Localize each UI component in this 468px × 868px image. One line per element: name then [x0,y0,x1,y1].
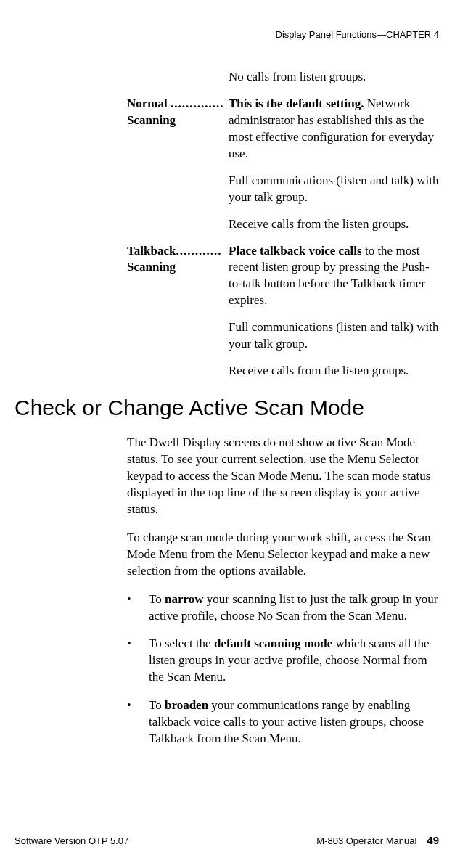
prelim-text: No calls from listen groups. [229,69,439,86]
bullet-icon: • [127,697,149,748]
content-block: No calls from listen groups. Normal ....… [127,69,439,390]
def-paragraph: Receive calls from the listen groups. [229,363,439,380]
bold-text: Place talkback voice calls [229,244,362,258]
bullet-text: To broaden your communications range by … [149,697,439,748]
footer-right: M-803 Operator Manual 49 [316,834,439,846]
page-number: 49 [427,834,439,846]
term-line1: Talkback [127,244,176,258]
term-dots: .............. [171,97,224,110]
footer-left: Software Version OTP 5.07 [15,835,128,846]
page-header: Display Panel Functions—CHAPTER 4 [15,29,439,40]
def-paragraph: This is the default setting. Network adm… [229,96,439,163]
definition-talkback: Talkback............ Scanning Place talk… [127,243,439,390]
bullet-text: To select the default scanning mode whic… [149,636,439,686]
bullet-list: • To narrow your scanning list to just t… [127,591,439,748]
definition-description: This is the default setting. Network adm… [229,96,439,243]
term-line1: Normal [127,97,168,110]
list-item: • To select the default scanning mode wh… [127,636,439,686]
term-line2: Scanning [127,113,176,127]
body-paragraph: The Dwell Display screens do not show ac… [127,435,439,518]
page-footer: Software Version OTP 5.07 M-803 Operator… [15,834,439,846]
def-paragraph: Receive calls from the listen groups. [229,216,439,233]
bold-text: broaden [165,698,208,712]
bullet-icon: • [127,636,149,686]
term-line2: Scanning [127,260,176,274]
definition-normal: Normal .............. Scanning This is t… [127,96,439,243]
bold-text: narrow [165,592,204,606]
bold-text: default scanning mode [214,636,332,650]
def-paragraph: Full communications (listen and talk) wi… [229,173,439,206]
bullet-text: To narrow your scanning list to just the… [149,591,439,625]
body-text: The Dwell Display screens do not show ac… [127,435,439,580]
bold-text: This is the default setting. [229,97,364,110]
section-heading: Check or Change Active Scan Mode [15,396,439,420]
header-text: Display Panel Functions—CHAPTER 4 [276,29,439,40]
definition-term: Talkback............ Scanning [127,243,229,390]
def-paragraph: Place talkback voice calls to the most r… [229,243,439,310]
bullet-icon: • [127,591,149,625]
body-paragraph: To change scan mode during your work shi… [127,530,439,580]
term-dots: ............ [176,244,221,258]
definition-term: Normal .............. Scanning [127,96,229,243]
list-item: • To broaden your communications range b… [127,697,439,748]
def-paragraph: Full communications (listen and talk) wi… [229,319,439,353]
list-item: • To narrow your scanning list to just t… [127,591,439,625]
definition-description: Place talkback voice calls to the most r… [229,243,439,390]
footer-manual-label: M-803 Operator Manual [316,835,416,846]
